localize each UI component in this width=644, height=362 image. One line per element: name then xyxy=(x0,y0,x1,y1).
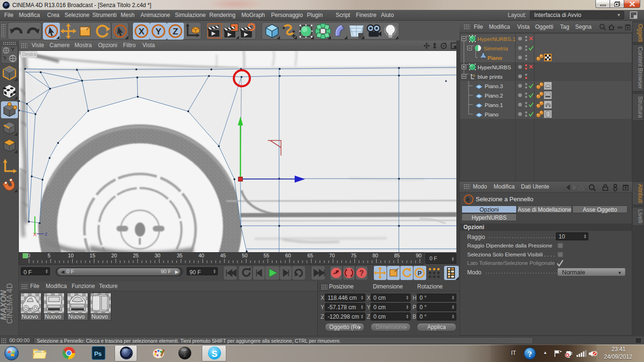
svg-text:P: P xyxy=(418,270,422,277)
svg-text:40: 40 xyxy=(198,253,204,258)
svg-text:90: 90 xyxy=(416,253,421,258)
svg-text:65: 65 xyxy=(307,253,313,258)
svg-text:Piano.2: Piano.2 xyxy=(485,93,503,99)
svg-text:Y: Y xyxy=(156,26,162,36)
svg-text:Simmetria: Simmetria xyxy=(484,46,508,51)
svg-text:50: 50 xyxy=(242,253,248,258)
svg-text:0: 0 xyxy=(473,74,475,78)
svg-text:Nuovo: Nuovo xyxy=(22,313,38,320)
svg-text:10: 10 xyxy=(68,253,74,258)
svg-text:Ps: Ps xyxy=(94,350,102,357)
svg-text:Z: Z xyxy=(45,232,48,237)
svg-text:?: ? xyxy=(528,350,532,359)
svg-text:Piano.3: Piano.3 xyxy=(485,83,503,89)
svg-text:20: 20 xyxy=(111,253,117,258)
svg-text:Nuovo: Nuovo xyxy=(68,313,85,320)
svg-text:60: 60 xyxy=(285,253,291,258)
svg-text:Nuovo: Nuovo xyxy=(45,313,61,320)
svg-text:5: 5 xyxy=(48,253,50,258)
svg-text:blue prints: blue prints xyxy=(478,74,503,80)
svg-text:85: 85 xyxy=(394,253,400,258)
svg-text:70: 70 xyxy=(329,253,335,258)
svg-text:Z: Z xyxy=(173,26,178,36)
svg-text:HyperNURBS.1: HyperNURBS.1 xyxy=(478,36,516,42)
svg-text:Nuovo: Nuovo xyxy=(91,313,108,320)
svg-text:Piano.1: Piano.1 xyxy=(485,102,503,108)
svg-text:45: 45 xyxy=(220,253,226,258)
svg-text:S: S xyxy=(212,349,218,359)
svg-text:35: 35 xyxy=(177,253,182,258)
svg-text:25: 25 xyxy=(133,253,139,258)
svg-text:15: 15 xyxy=(90,253,95,258)
svg-text:55: 55 xyxy=(264,253,269,258)
svg-text:Piano: Piano xyxy=(487,55,502,61)
svg-text:30: 30 xyxy=(155,253,160,258)
svg-text:?: ? xyxy=(359,269,364,277)
svg-text:X: X xyxy=(139,26,145,36)
svg-text:Piano: Piano xyxy=(485,112,498,117)
svg-text:80: 80 xyxy=(372,253,378,258)
svg-text:Destra: Destra xyxy=(22,52,36,57)
svg-text:0: 0 xyxy=(27,253,30,258)
svg-text:75: 75 xyxy=(351,253,356,258)
svg-text:HyperNURBS: HyperNURBS xyxy=(478,65,511,70)
